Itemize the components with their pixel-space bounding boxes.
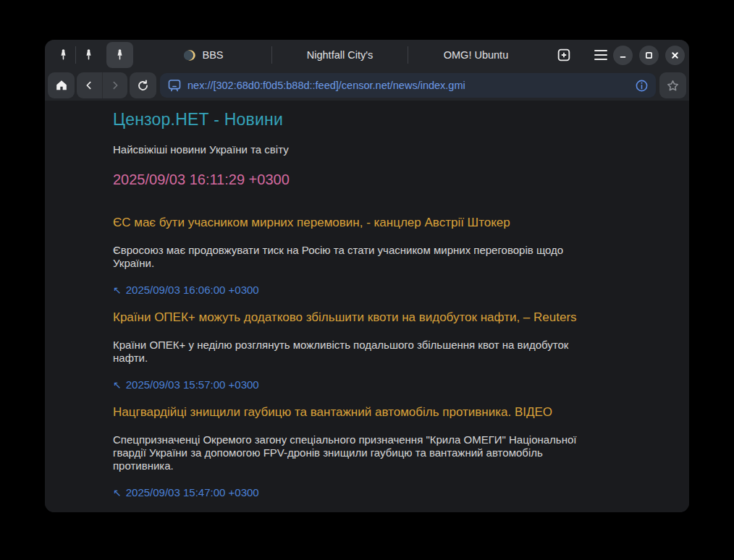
tab-bbs[interactable]: BBS	[136, 40, 271, 70]
maximize-icon	[645, 51, 653, 59]
tab-label: OMG! Ubuntu	[444, 49, 508, 61]
page-title: Цензор.НЕТ - Новини	[113, 110, 620, 130]
navigation-bar: nex://[302:68d0:f0d5:b88d::feed]/censor.…	[45, 70, 689, 101]
article-title: Країни ОПЕК+ можуть додатково збільшити …	[113, 310, 620, 325]
back-button[interactable]	[77, 72, 102, 98]
reload-icon	[136, 79, 150, 93]
close-icon	[671, 51, 679, 59]
bookmark-star-button[interactable]	[659, 72, 686, 98]
url-text[interactable]: nex://[302:68d0:f0d5:b88d::feed]/censor.…	[187, 80, 629, 91]
article-title: ЄС має бути учасником мирних перемовин, …	[113, 216, 620, 230]
pushpin-icon	[57, 48, 69, 62]
moon-icon	[184, 49, 196, 61]
new-tab-button[interactable]	[549, 43, 578, 67]
history-nav-group	[77, 72, 127, 98]
article-link-label: 2025/09/03 15:47:00 +0300	[126, 486, 259, 499]
pinned-tab-3[interactable]	[106, 42, 133, 68]
nex-protocol-monitor-icon	[167, 78, 182, 93]
reload-button[interactable]	[130, 72, 156, 98]
tab-label: Nightfall City's	[307, 49, 373, 61]
pushpin-icon	[83, 48, 95, 62]
plus-square-icon	[556, 47, 572, 63]
article-item: Країни ОПЕК+ можуть додатково збільшити …	[113, 310, 620, 391]
minimize-icon	[619, 51, 627, 59]
page-content: Цензор.НЕТ - Новини Найсвіжіші новини Ук…	[45, 101, 689, 512]
link-arrow-icon: ↖	[113, 380, 122, 390]
article-link-label: 2025/09/03 15:57:00 +0300	[126, 378, 259, 391]
article-link[interactable]: ↖ 2025/09/03 15:57:00 +0300	[113, 378, 620, 391]
tab-nightfall-citys[interactable]: Nightfall City's	[272, 40, 408, 70]
link-arrow-icon: ↖	[113, 285, 122, 295]
pinned-tab-2[interactable]	[76, 43, 101, 67]
forward-button[interactable]	[102, 72, 127, 98]
browser-window: BBS Nightfall City's OMG! Ubuntu	[45, 40, 689, 512]
pushpin-icon	[114, 48, 126, 62]
page-info-icon[interactable]	[635, 79, 649, 93]
article-item: ЄС має бути учасником мирних перемовин, …	[113, 216, 620, 296]
star-icon	[666, 79, 680, 93]
home-icon	[54, 78, 69, 93]
updated-timestamp-heading: 2025/09/03 16:11:29 +0300	[113, 171, 620, 188]
article-summary: Спецпризначенці Окремого загону спеціаль…	[113, 433, 598, 472]
close-button[interactable]	[665, 46, 685, 65]
pinned-tab-1[interactable]	[51, 43, 75, 67]
minimize-button[interactable]	[613, 46, 633, 65]
link-arrow-icon: ↖	[113, 488, 122, 498]
article-link-label: 2025/09/03 16:06:00 +0300	[126, 284, 259, 296]
window-controls	[613, 46, 685, 65]
tab-omg-ubuntu[interactable]: OMG! Ubuntu	[408, 40, 544, 70]
article-summary: Євросоюз має продовжувати тиск на Росію …	[113, 244, 598, 270]
tab-bar: BBS Nightfall City's OMG! Ubuntu	[45, 40, 689, 70]
article-item: Нацгвардійці знищили гаубицю та вантажни…	[113, 405, 620, 499]
article-summary: Країни ОПЕК+ у неділю розглянуть можливі…	[113, 339, 598, 365]
article-link[interactable]: ↖ 2025/09/03 15:47:00 +0300	[113, 486, 620, 499]
menu-button[interactable]	[589, 43, 613, 67]
tab-label: BBS	[202, 49, 223, 61]
hamburger-icon	[594, 50, 607, 61]
page-subtitle: Найсвіжіші новини України та світу	[113, 143, 620, 156]
article-link[interactable]: ↖ 2025/09/03 16:06:00 +0300	[113, 284, 620, 296]
maximize-button[interactable]	[639, 46, 659, 65]
article-title: Нацгвардійці знищили гаубицю та вантажни…	[113, 405, 620, 420]
url-bar[interactable]: nex://[302:68d0:f0d5:b88d::feed]/censor.…	[160, 73, 656, 98]
home-button[interactable]	[48, 72, 75, 98]
